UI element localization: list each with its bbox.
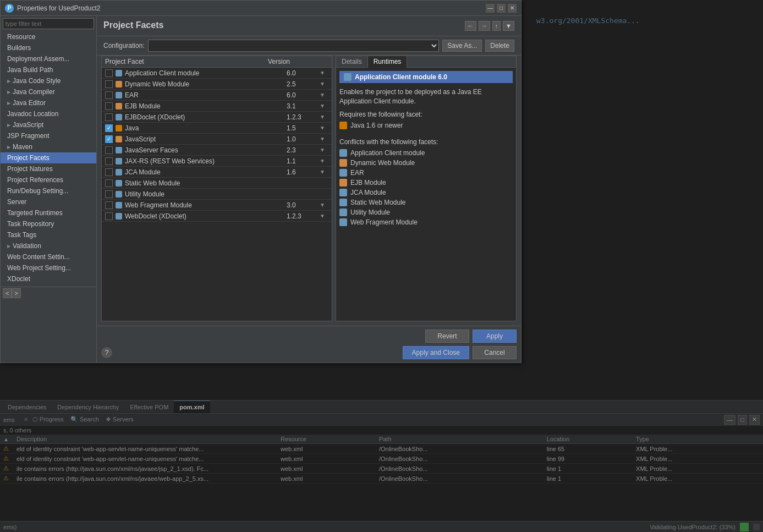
config-select[interactable] (148, 40, 440, 52)
facet-row-web-fragment-module[interactable]: Web Fragment Module3.0▼ (102, 200, 332, 211)
facet-row-ejb-module[interactable]: EJB Module3.1▼ (102, 101, 332, 112)
requires-title: Requires the following facet: (339, 111, 513, 118)
sidebar-item-validation[interactable]: Validation (1, 240, 96, 251)
apply-and-close-btn[interactable]: Apply and Close (403, 346, 469, 359)
facet-checkbox[interactable] (105, 80, 113, 88)
forward-btn[interactable]: → (479, 21, 490, 31)
conflicts-item: Application Client module (339, 148, 513, 158)
facet-version-dropdown[interactable]: ▼ (320, 158, 328, 164)
sidebar-item-server[interactable]: Server (1, 196, 96, 207)
down-btn[interactable]: ▼ (503, 21, 514, 31)
col-version: Version (268, 58, 312, 65)
facet-icon (115, 146, 123, 154)
save-as-btn[interactable]: Save As... (442, 40, 482, 52)
facet-checkbox[interactable] (105, 91, 113, 99)
conflicts-icon (339, 218, 347, 226)
facet-version-dropdown[interactable]: ▼ (320, 136, 328, 142)
close-btn[interactable]: ✕ (508, 4, 517, 13)
sidebar-next[interactable]: > (12, 288, 20, 298)
facet-row-static-web-module[interactable]: Static Web Module (102, 178, 332, 189)
conflicts-item: Utility Module (339, 207, 513, 217)
sidebar-item-project-natures[interactable]: Project Natures (1, 163, 96, 174)
sidebar-item-project-facets[interactable]: Project Facets (1, 152, 96, 163)
sidebar-item-java-build-path[interactable]: Java Build Path (1, 64, 96, 75)
facet-version-dropdown[interactable]: ▼ (320, 169, 328, 175)
facet-version-dropdown[interactable]: ▼ (320, 213, 328, 219)
sidebar-item-targeted-runtimes[interactable]: Targeted Runtimes (1, 207, 96, 218)
apply-btn[interactable]: Apply (473, 330, 517, 343)
facet-row-dynamic-web-module[interactable]: Dynamic Web Module2.5▼ (102, 79, 332, 90)
facet-row-application-client-module[interactable]: Application Client module6.0▼ (102, 68, 332, 79)
sidebar-item-resource[interactable]: Resource (1, 31, 96, 42)
facet-version-dropdown[interactable]: ▼ (320, 92, 328, 98)
sidebar-item-web-content-settin---[interactable]: Web Content Settin... (1, 251, 96, 262)
sidebar-prev[interactable]: < (3, 288, 12, 298)
facet-row-javascript[interactable]: ✓JavaScript1.0▼ (102, 134, 332, 145)
conflicts-icon (339, 169, 347, 177)
facet-checkbox[interactable] (105, 212, 113, 220)
facet-version-dropdown[interactable]: ▼ (320, 147, 328, 153)
facet-checkbox[interactable] (105, 146, 113, 154)
facet-row-java[interactable]: ✓Java1.5▼ (102, 123, 332, 134)
facet-checkbox[interactable] (105, 69, 113, 77)
facet-row-utility-module[interactable]: Utility Module (102, 189, 332, 200)
facet-name: JCA Module (125, 168, 287, 176)
sidebar-item-java-editor[interactable]: Java Editor (1, 97, 96, 108)
conflicts-item: Static Web Module (339, 198, 513, 207)
config-label: Configuration: (103, 42, 145, 50)
facet-row-javaserver-faces[interactable]: JavaServer Faces2.3▼ (102, 145, 332, 156)
facet-checkbox[interactable] (105, 201, 113, 209)
delete-btn[interactable]: Delete (485, 40, 514, 52)
sidebar-item-builders[interactable]: Builders (1, 42, 96, 53)
details-facet-title: Application Client module 6.0 (339, 71, 513, 83)
facet-version-dropdown[interactable]: ▼ (320, 125, 328, 131)
facet-name: Java (125, 124, 287, 132)
facet-checkbox[interactable] (105, 190, 113, 198)
revert-btn[interactable]: Revert (425, 330, 469, 343)
sidebar-item-jsp-fragment[interactable]: JSP Fragment (1, 130, 96, 141)
tab-details[interactable]: Details (336, 56, 368, 67)
facet-row-ejbdoclet--xdoclet-[interactable]: EJBDoclet (XDoclet)1.2.3▼ (102, 112, 332, 123)
facet-version-dropdown[interactable]: ▼ (320, 81, 328, 87)
facet-row-ear[interactable]: EAR6.0▼ (102, 90, 332, 101)
config-row: Configuration: Save As... Delete (97, 36, 521, 56)
sidebar-item-run-debug-setting---[interactable]: Run/Debug Setting... (1, 185, 96, 196)
cancel-btn[interactable]: Cancel (473, 346, 517, 359)
sidebar-item-java-compiler[interactable]: Java Compiler (1, 86, 96, 97)
sidebar-item-deployment-assem---[interactable]: Deployment Assem... (1, 53, 96, 64)
tab-runtimes[interactable]: Runtimes (368, 56, 408, 68)
facet-version-dropdown[interactable]: ▼ (320, 202, 328, 208)
sidebar-item-maven[interactable]: Maven (1, 141, 96, 152)
facet-checkbox[interactable] (105, 113, 113, 121)
sidebar-item-java-code-style[interactable]: Java Code Style (1, 75, 96, 86)
sidebar-item-project-references[interactable]: Project References (1, 174, 96, 185)
up-btn[interactable]: ↑ (492, 21, 501, 31)
minimize-btn[interactable]: — (486, 4, 495, 13)
facet-checkbox[interactable] (105, 168, 113, 176)
sidebar-item-web-project-setting---[interactable]: Web Project Setting... (1, 262, 96, 273)
details-description: Enables the project to be deployed as a … (339, 87, 513, 106)
help-icon[interactable]: ? (101, 347, 112, 358)
sidebar-item-javadoc-location[interactable]: Javadoc Location (1, 108, 96, 119)
facet-row-webdoclet--xdoclet-[interactable]: WebDoclet (XDoclet)1.2.3▼ (102, 211, 332, 222)
maximize-btn[interactable]: □ (497, 4, 506, 13)
facet-name: Web Fragment Module (125, 201, 287, 209)
back-btn[interactable]: ← (465, 21, 476, 31)
facet-checkbox[interactable] (105, 179, 113, 187)
sidebar-item-xdoclet[interactable]: XDoclet (1, 273, 96, 284)
facet-checkbox[interactable]: ✓ (105, 124, 113, 132)
sidebar-item-task-repository[interactable]: Task Repository (1, 218, 96, 229)
facet-version-dropdown[interactable]: ▼ (320, 103, 328, 109)
sidebar-item-javascript[interactable]: JavaScript (1, 119, 96, 130)
sidebar-search[interactable] (3, 18, 94, 29)
facet-version-dropdown[interactable]: ▼ (320, 70, 328, 76)
sidebar-item-task-tags[interactable]: Task Tags (1, 229, 96, 240)
facet-checkbox[interactable] (105, 157, 113, 165)
facet-version-dropdown[interactable]: ▼ (320, 114, 328, 120)
facet-checkbox[interactable]: ✓ (105, 135, 113, 143)
facet-row-jax-rs--rest-web-services-[interactable]: JAX-RS (REST Web Services)1.1▼ (102, 156, 332, 167)
facet-name: Utility Module (125, 190, 287, 198)
facet-checkbox[interactable] (105, 102, 113, 110)
facet-row-jca-module[interactable]: JCA Module1.6▼ (102, 167, 332, 178)
facet-version: 1.1 (287, 157, 320, 165)
